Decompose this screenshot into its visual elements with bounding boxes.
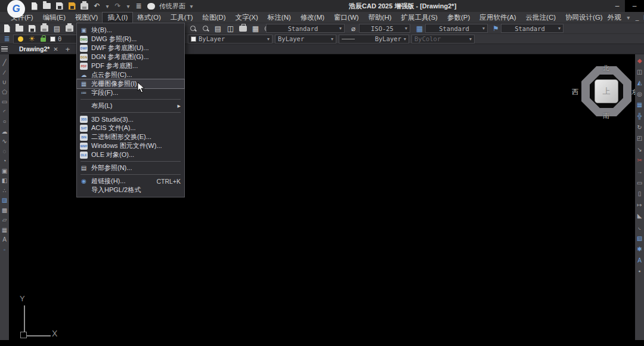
toolbox-icon[interactable] [239, 24, 247, 33]
array-tool-icon[interactable]: ▦ [636, 101, 643, 109]
dim-style-icon[interactable]: ⌀ [349, 24, 358, 33]
save-as-icon[interactable] [67, 2, 76, 11]
menu-item-raster-image[interactable]: ▦ 光栅图像参照(I)... [77, 79, 184, 88]
menu-item-layout[interactable]: 布局(L) ▶ [77, 101, 184, 110]
table-style-select[interactable]: Standard ▾ [425, 24, 488, 33]
fillet-tool-icon[interactable]: ◟ [636, 224, 643, 231]
join-tool-icon[interactable]: ↦ [636, 202, 643, 209]
tab-close-icon[interactable]: ✕ [53, 46, 58, 52]
viewcube-north-label[interactable]: 北 [603, 64, 609, 73]
menu-item-binary-exchange[interactable]: BIN 二进制图形交换(E)... [77, 132, 184, 141]
viewcube-top-face[interactable]: 上 [595, 79, 618, 103]
menu-parametric[interactable]: 参数(P) [442, 13, 475, 23]
layer-on-icon[interactable] [16, 35, 25, 44]
new-file-icon[interactable] [2, 24, 11, 33]
chevron-down-icon[interactable]: ▾ [405, 26, 407, 31]
chat-bubble-icon[interactable] [147, 2, 156, 11]
circle-tool-icon[interactable]: ○ [1, 118, 8, 125]
insert-block-tool-icon[interactable]: ▣ [1, 168, 8, 175]
open-file-icon[interactable] [15, 24, 24, 33]
chevron-down-icon[interactable]: ▾ [404, 36, 406, 42]
menu-cloud-markup[interactable]: 云批注(C) [521, 13, 561, 23]
point-tool-icon[interactable]: ∴ [1, 187, 8, 194]
menu-view[interactable]: 视图(V) [70, 13, 103, 23]
hamburger-menu-icon[interactable] [0, 44, 9, 54]
color-control-select[interactable]: ByLayer ▾ [188, 35, 273, 44]
arc-tool-icon[interactable]: ◜ [1, 109, 8, 116]
menu-edit[interactable]: 编辑(E) [38, 13, 70, 23]
save-icon[interactable] [55, 2, 64, 11]
menu-item-block[interactable]: ▣ 块(B)... [77, 26, 184, 35]
save-layer-state-icon[interactable]: ▤ [213, 24, 222, 33]
ellipse-arc-tool-icon[interactable]: ◔ [1, 157, 8, 165]
move-tool-icon[interactable]: ╬ [636, 113, 643, 120]
appearance-menu[interactable]: 外观 [608, 13, 621, 22]
menu-item-acis-file[interactable]: SAT ACIS 文件(A)... [77, 123, 184, 132]
menu-modify[interactable]: 修改(M) [296, 13, 329, 23]
open-folder-icon[interactable] [42, 2, 51, 11]
menu-applications[interactable]: 应用软件(A) [475, 13, 521, 23]
layer-manager-icon[interactable]: ≣ [2, 35, 11, 44]
chamfer-tool-icon[interactable]: ◣ [636, 212, 643, 220]
menu-item-3d-studio[interactable]: 3DS 3D Studio(3)... [77, 115, 184, 123]
divide-tool-icon[interactable]: ◦ [1, 246, 8, 254]
revcloud-tool-icon[interactable]: ☁ [1, 128, 8, 135]
view-cube[interactable]: 上 北 南 西 东 [581, 66, 631, 116]
appearance-dropdown-icon[interactable]: ▾ [626, 13, 631, 22]
new-tab-button[interactable]: + [66, 45, 70, 54]
menu-format[interactable]: 格式(O) [132, 13, 166, 23]
menu-express-tools[interactable]: 扩展工具(S) [397, 13, 442, 23]
polygon-tool-icon[interactable]: ⬠ [1, 89, 8, 96]
layers-stack-icon[interactable]: ≣ [134, 2, 143, 11]
lineweight-select[interactable]: ByLayer ▾ [339, 35, 409, 44]
explode-tool-icon[interactable]: ✱ [636, 246, 643, 253]
chevron-down-icon[interactable]: ▾ [558, 26, 561, 31]
zoom-realtime-icon[interactable] [201, 24, 210, 33]
copy-properties-icon[interactable]: ◫ [226, 24, 235, 33]
ellipse-tool-icon[interactable]: ◌ [1, 148, 8, 155]
rectangle-tool-icon[interactable]: ▭ [1, 98, 8, 106]
break-tool-icon[interactable]: ▭ [636, 180, 643, 187]
chevron-down-icon[interactable]: ▾ [482, 26, 485, 31]
menu-item-import-hpgl[interactable]: 导入HPGL/2格式 [77, 186, 184, 194]
table-tool-icon[interactable]: ▦ [1, 227, 8, 234]
redo-icon[interactable]: ↷ [113, 2, 122, 11]
chevron-down-icon[interactable]: ▾ [339, 26, 342, 31]
menu-insert[interactable]: 插入(I) [103, 13, 132, 23]
line-tool-icon[interactable]: ╱ [1, 59, 8, 66]
calculator-icon[interactable]: ▦ [251, 24, 260, 33]
trim-tool-icon[interactable]: ✂ [636, 157, 643, 164]
menu-item-dwg-reference[interactable]: DWG DWG 参照(R)... [77, 35, 184, 44]
extend-tool-icon[interactable]: → [636, 168, 643, 175]
menu-item-field[interactable]: ≔ 字段(F)... [77, 88, 184, 97]
layer-freeze-icon[interactable]: ☀ [27, 35, 36, 44]
menu-item-external-reference[interactable]: ▤ 外部参照(N)... [77, 163, 184, 172]
table-style-icon[interactable]: ▦ [415, 24, 424, 33]
plot-icon[interactable] [40, 24, 49, 33]
undo-dropdown-icon[interactable]: ▾ [105, 2, 110, 11]
app-logo[interactable]: G [7, 0, 25, 18]
minimize-button[interactable]: – [609, 0, 625, 12]
polyline-tool-icon[interactable]: ∪ [1, 79, 8, 86]
restore-button[interactable]: – [625, 0, 644, 12]
menu-collaboration[interactable]: 协同设计(G) [561, 13, 608, 23]
workspace-switcher[interactable]: 传统界面 [159, 2, 185, 11]
construction-line-tool-icon[interactable]: ∕ [1, 69, 8, 76]
print-icon[interactable] [80, 2, 89, 11]
viewcube-west-label[interactable]: 西 [572, 88, 578, 97]
new-file-icon[interactable] [30, 2, 39, 11]
viewcube-south-label[interactable]: 南 [603, 112, 609, 121]
menu-item-pdf-underlay[interactable]: PDF PDF 参考底图... [77, 61, 184, 70]
region-tool-icon[interactable]: ▱ [1, 217, 8, 224]
publish-icon[interactable] [65, 24, 74, 33]
hatch-tool-icon[interactable]: ▨ [1, 197, 8, 204]
mirror-tool-icon[interactable]: ◭ [636, 79, 643, 86]
layer-lock-icon[interactable] [39, 35, 48, 44]
menu-text[interactable]: 文字(X) [231, 13, 263, 23]
doc-minimize-button[interactable]: _ [636, 14, 639, 21]
plot-preview-icon[interactable]: ▤ [52, 24, 61, 33]
mleader-style-select[interactable]: Standard ▾ [501, 24, 564, 33]
menu-draw[interactable]: 绘图(D) [198, 13, 231, 23]
gradient-tool-icon[interactable]: ▩ [1, 207, 8, 214]
menu-item-windows-metafile[interactable]: WMF Windows 图元文件(W)... [77, 141, 184, 150]
